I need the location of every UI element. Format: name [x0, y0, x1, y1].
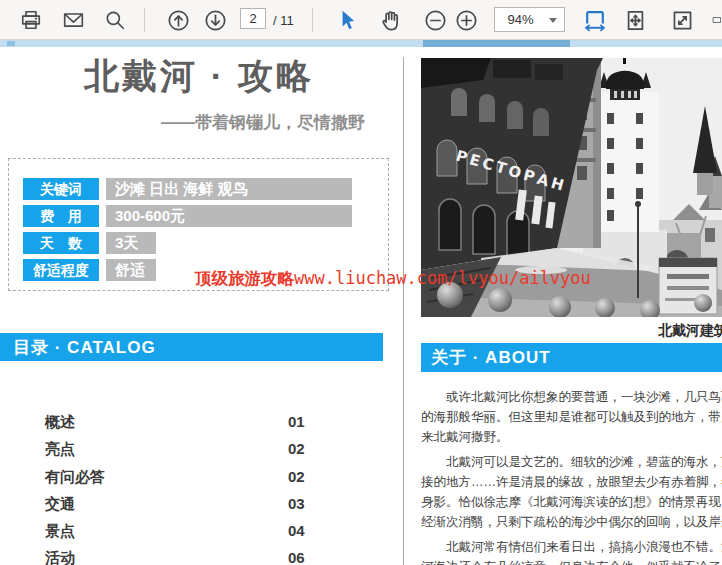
fit-width-button[interactable] — [582, 7, 608, 33]
catalog-item-label: 景点 — [45, 517, 75, 544]
text-line: 的海那般华丽。但这里却是谁都可以触及到的地方，带几个 — [421, 407, 722, 427]
info-label: 费 用 — [23, 205, 99, 227]
zoom-value: 94% — [495, 12, 546, 27]
printer-icon — [20, 9, 42, 31]
list-item[interactable]: 交通 03 — [0, 490, 330, 517]
catalog-section-header: 目录 · CATALOG — [0, 333, 383, 361]
watermark-url: www.liuchaw.com/lvyou/ailvyou — [294, 268, 591, 288]
text-line: 来北戴河撒野。 — [421, 427, 722, 447]
text-line: 或许北戴河比你想象的要普通，一块沙滩，几只鸟而已 — [421, 387, 722, 407]
previous-page-button[interactable] — [165, 7, 191, 33]
catalog-item-label: 有问必答 — [45, 463, 105, 490]
info-label: 关键词 — [23, 178, 99, 200]
catalog-item-page: 06 — [288, 544, 305, 565]
info-value: 300-600元 — [106, 205, 352, 227]
horizontal-scrollbar[interactable] — [0, 40, 722, 47]
scrollbar-left-marker — [7, 41, 15, 46]
text-line: 北戴河可以是文艺的。细软的沙滩，碧蓝的海水，望着 — [421, 452, 722, 472]
watermark: 顶级旅游攻略www.liuchaw.com/lvyou/ailvyou — [195, 268, 591, 290]
info-label: 天 数 — [23, 232, 99, 254]
photo-caption: 北戴河建筑 — [658, 322, 722, 340]
next-page-button[interactable] — [202, 7, 228, 33]
list-item[interactable]: 亮点 02 — [0, 435, 330, 462]
text-line: 接的地方……许是清晨的缘故，放眼望去少有赤着脚，卷着 — [421, 472, 722, 492]
overflow-icon[interactable] — [712, 7, 722, 33]
text-line: 身影。恰似徐志摩《北戴河海滨读的幻想》的情景再现：海 — [421, 492, 722, 512]
info-value: 3天 — [106, 232, 156, 254]
scrollbar-thumb[interactable] — [423, 40, 570, 47]
page-number-input[interactable] — [240, 8, 266, 29]
catalog-item-label: 交通 — [45, 490, 75, 517]
fit-page-icon — [624, 9, 647, 32]
fullscreen-icon — [671, 9, 694, 32]
zoom-out-button[interactable] — [422, 7, 448, 33]
text-line: 经渐次消翳，只剩下疏松的海沙中偶尔的回响，以及岸边残 — [421, 512, 722, 532]
toolbar: / 11 94% — [0, 0, 722, 40]
text-line: 北戴河常有情侣们来看日出，搞搞小浪漫也不错。清晨 — [421, 537, 722, 557]
catalog-item-label: 活动 — [45, 544, 75, 565]
zoom-in-button[interactable] — [453, 7, 479, 33]
list-item[interactable]: 有问必答 02 — [0, 463, 330, 490]
fit-page-button[interactable] — [622, 7, 648, 33]
catalog-item-label: 概述 — [45, 408, 75, 435]
zoom-level-dropdown[interactable]: 94% — [494, 7, 565, 32]
envelope-icon — [62, 9, 85, 31]
catalog-list: 概述 01 亮点 02 有问必答 02 交通 03 景点 04 活动 06 — [0, 408, 330, 565]
print-button[interactable] — [18, 7, 44, 33]
select-tool-button[interactable] — [334, 7, 360, 33]
search-button[interactable] — [102, 7, 128, 33]
list-item[interactable]: 概述 01 — [0, 408, 330, 435]
cursor-arrow-icon — [336, 9, 358, 31]
circle-arrow-down-icon — [204, 9, 227, 32]
info-value: 舒适 — [106, 259, 156, 281]
page-divider — [403, 57, 404, 565]
catalog-item-page: 02 — [288, 435, 305, 462]
list-item[interactable]: 活动 06 — [0, 544, 330, 565]
list-item[interactable]: 景点 04 — [0, 517, 330, 544]
catalog-item-page: 03 — [288, 490, 305, 517]
about-text: 或许北戴河比你想象的要普通，一块沙滩，几只鸟而已 的海那般华丽。但这里却是谁都可… — [421, 387, 722, 565]
catalog-item-page: 02 — [288, 463, 305, 490]
magnifier-icon — [104, 9, 126, 31]
catalog-item-page: 04 — [288, 517, 305, 544]
circle-minus-icon — [424, 9, 447, 32]
page-count-label: / 11 — [273, 13, 294, 28]
page-title: 北戴河 · 攻略 — [0, 53, 398, 100]
caret-down-icon — [546, 13, 560, 27]
pdf-viewer-window: { "toolbar": { "page_current": "2", "pag… — [0, 0, 722, 565]
hand-icon — [379, 9, 402, 32]
info-value: 沙滩 日出 海鲜 观鸟 — [106, 178, 352, 200]
about-section-header: 关于 · ABOUT — [421, 343, 722, 372]
info-label: 舒适程度 — [23, 259, 99, 281]
text-line: 河海边还会有几丝凉意，但身边有个他，似乎就不冷了。那 — [421, 557, 722, 565]
catalog-item-page: 01 — [288, 408, 305, 435]
watermark-text: 顶级旅游攻略 — [195, 269, 294, 287]
email-button[interactable] — [60, 7, 86, 33]
fit-width-icon — [583, 8, 607, 32]
fullscreen-button[interactable] — [669, 7, 695, 33]
toolbar-divider — [312, 8, 313, 32]
document-area: 北戴河 · 攻略 ——带着钢镚儿，尽情撒野 关键词 沙滩 日出 海鲜 观鸟 费 … — [0, 47, 722, 565]
page-subtitle: ——带着钢镚儿，尽情撒野 — [0, 111, 365, 134]
hand-tool-button[interactable] — [377, 7, 403, 33]
toolbar-divider — [144, 8, 145, 32]
catalog-item-label: 亮点 — [45, 435, 75, 462]
circle-plus-icon — [455, 9, 478, 32]
circle-arrow-up-icon — [167, 9, 190, 32]
